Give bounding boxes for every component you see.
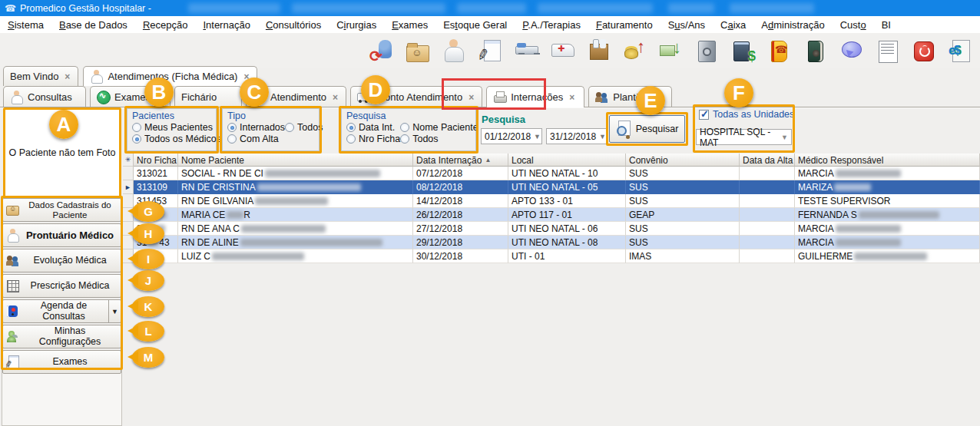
toolbar-sync-user-icon[interactable] (369, 38, 395, 64)
close-icon[interactable]: × (569, 92, 574, 103)
sidebar-button-prontuário-médico[interactable]: Prontuário Médico (2, 223, 121, 247)
row-selector-cell[interactable] (123, 167, 134, 180)
close-icon[interactable]: × (333, 92, 338, 103)
menu-item-caixa[interactable]: Caixa (713, 18, 753, 32)
tab-bem-vindo[interactable]: Bem Vindo× (3, 66, 78, 86)
sidebar-button-evolução-médica[interactable]: Evolução Médica (2, 249, 121, 272)
table-row[interactable]: 3143RN DE ALINE 29/12/2018UTI NEO NATAL … (123, 236, 980, 249)
toolbar-safe-icon[interactable] (694, 38, 720, 64)
column-header-data-internação[interactable]: Data Internação▲ (413, 154, 508, 167)
sidebar-button-dados-cadastrais-do-paciente[interactable]: Dados Cadastrais do Paciente (2, 198, 121, 222)
tab-consultas[interactable]: Consultas (3, 86, 86, 107)
toolbar-phonebook-icon[interactable] (766, 38, 792, 64)
table-row[interactable]: 31RN DE ANA C27/12/2018UTI NEO NATAL - 0… (123, 222, 980, 236)
menu-item-consult-rios[interactable]: Consultórios (258, 18, 329, 32)
section-tabs: ConsultasExames×FichárioAtendimento×Pron… (3, 86, 672, 107)
column-header-data-da-alta[interactable]: Data da Alta (740, 154, 795, 167)
annotation-letter-g: G (132, 201, 164, 222)
table-header-row: ✳Nro FichaNome PacienteData Internação▲L… (123, 154, 980, 167)
menu-item-exames[interactable]: Exames (384, 18, 435, 32)
radio-data-int-[interactable]: Data Int. (346, 122, 400, 133)
sidebar-button-label: Evolução Médica (19, 256, 121, 266)
radio-com-alta[interactable]: Com Alta (227, 134, 285, 144)
menu-item-p-a-terapias[interactable]: P.A./Terapias (515, 18, 588, 32)
chevron-down-icon[interactable]: ▼ (534, 133, 541, 140)
checkbox-icon[interactable] (699, 110, 709, 120)
close-icon[interactable]: × (468, 92, 474, 103)
toolbar-invoice-icon[interactable] (874, 38, 900, 64)
radio-todos[interactable]: Todos (285, 122, 323, 133)
radio-icon[interactable] (132, 123, 141, 132)
column-header-nro-ficha[interactable]: Nro Ficha (134, 154, 178, 167)
toolbar-ambulance-icon[interactable] (549, 38, 575, 64)
menu-item-cirurgias[interactable]: Cirurgias (329, 18, 384, 32)
toolbar-patient-folder-icon[interactable] (405, 38, 431, 64)
chevron-down-icon[interactable]: ▼ (599, 133, 606, 140)
redacted-text (241, 225, 326, 233)
sidebar-button-exames[interactable]: Exames (2, 350, 121, 374)
toolbar-document-pen-icon[interactable] (477, 38, 503, 64)
menu-item-administra-o[interactable]: Administração (753, 18, 832, 32)
column-header-nome-paciente[interactable]: Nome Paciente (178, 154, 413, 167)
toolbar-money-up-icon[interactable] (621, 38, 647, 64)
todas-unidades-checkbox[interactable]: Todas as Unidades (699, 109, 794, 120)
menu-item-recep-o[interactable]: Recepção (135, 18, 196, 32)
toolbar-hospital-bed-icon[interactable] (513, 38, 539, 64)
radio-icon[interactable] (227, 134, 237, 144)
column-header-médico-responsável[interactable]: Médico Responsável (795, 154, 980, 167)
table-row[interactable]: 311453RN DE GILVANIA 14/12/2018APTO 133 … (123, 194, 980, 208)
toolbar-calculator-chart-icon[interactable] (730, 38, 756, 64)
menu-item-custo[interactable]: Custo (833, 18, 874, 32)
table-row[interactable]: ►313109RN DE CRISTINA 08/12/2018UTI NEO … (123, 180, 980, 194)
radio-icon[interactable] (132, 134, 141, 144)
toolbar-book-icon[interactable] (802, 38, 828, 64)
menu-item-faturamento[interactable]: Faturamento (588, 18, 661, 32)
radio-todos[interactable]: Todos (400, 134, 478, 144)
tab-label: Atendimentos (Ficha Médica) (108, 71, 237, 82)
toolbar-power-icon[interactable] (910, 38, 936, 64)
sidebar-button-prescrição-médica[interactable]: Prescrição Médica (2, 274, 121, 298)
menu-item-base-de-dados[interactable]: Base de Dados (51, 18, 135, 32)
tab-internações[interactable]: Internações× (486, 86, 584, 107)
sidebar-button-minhas-configurações[interactable]: Minhas Configurações (2, 325, 121, 348)
close-icon[interactable]: × (65, 71, 70, 82)
toolbar-money-down-icon[interactable] (657, 38, 684, 64)
radio-nome-paciente[interactable]: Nome Paciente (400, 122, 478, 133)
radio-meus-pacientes[interactable]: Meus Pacientes (132, 122, 221, 133)
menu-item-estoque-geral[interactable]: Estoque Geral (435, 18, 515, 32)
menu-item-bi[interactable]: BI (874, 18, 899, 32)
date-to-field[interactable]: 31/12/2018 ▼ (546, 128, 608, 144)
date-from-field[interactable]: 01/12/2018 ▼ (481, 128, 542, 144)
sidebar-button-agenda-de-consultas[interactable]: Agenda de Consultas▼ (2, 299, 121, 323)
tab-fichário[interactable]: Fichário (174, 86, 242, 107)
row-selector-cell[interactable]: ► (123, 180, 134, 194)
toolbar-doctor-icon[interactable] (441, 38, 467, 64)
radio-icon[interactable] (285, 123, 294, 132)
menu-item-interna-o[interactable]: Internação (195, 18, 257, 32)
radio-icon[interactable] (400, 123, 409, 132)
ebilling-icon (948, 39, 971, 62)
column-header-convênio[interactable]: Convênio (626, 154, 740, 167)
radio-nro-ficha[interactable]: Nro Ficha (346, 134, 400, 144)
unidade-dropdown[interactable]: HOSPITAL SQL - MAT ▼ (696, 129, 792, 145)
radio-todos-os-médicos[interactable]: Todos os Médicos (132, 134, 221, 144)
toolbar-stock-box-icon[interactable] (585, 38, 611, 64)
radio-icon[interactable] (227, 123, 237, 132)
column-header-local[interactable]: Local (508, 154, 626, 167)
toolbar-chat-bubble-icon[interactable] (838, 38, 864, 64)
menu-item-sus-ans[interactable]: Sus/Ans (661, 18, 713, 32)
toolbar-ebilling-icon[interactable] (946, 38, 972, 64)
table-row[interactable]: 3MARIA CER26/12/2018APTO 117 - 01GEAPFER… (123, 208, 980, 222)
pesquisar-button[interactable]: Pesquisar (609, 115, 685, 143)
book-icon (803, 39, 826, 62)
table-row[interactable]: LUIZ C30/12/2018UTI - 01IMASGUILHERME (123, 249, 980, 263)
table-row[interactable]: 313021SOCIAL - RN DE CI07/12/2018UTI NEO… (123, 167, 980, 180)
menu-item-sistema[interactable]: Sistema (0, 18, 51, 32)
radio-icon[interactable] (346, 134, 356, 144)
chevron-down-icon[interactable]: ▼ (108, 300, 121, 322)
radio-icon[interactable] (400, 134, 409, 144)
chevron-down-icon[interactable]: ▼ (781, 134, 788, 141)
radio-icon[interactable] (346, 123, 356, 132)
radio-internados[interactable]: Internados (227, 122, 285, 133)
local-cell: APTO 133 - 01 (508, 194, 626, 208)
